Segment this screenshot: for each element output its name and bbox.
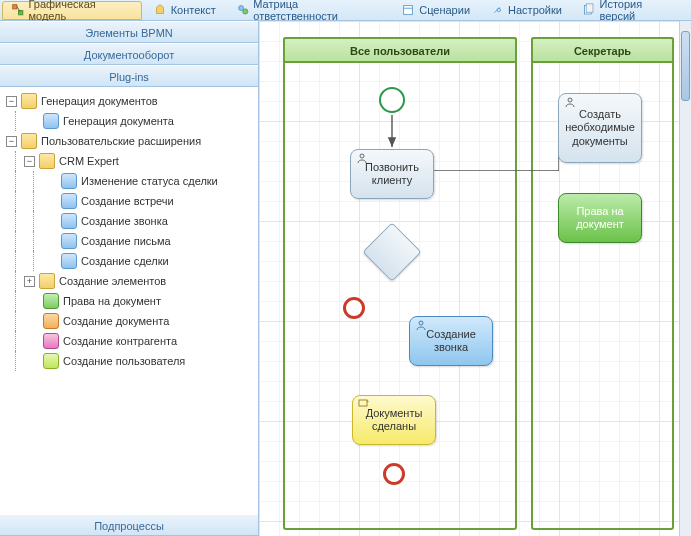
svg-rect-0 [13, 5, 17, 9]
tree-label: Пользовательские расширения [41, 135, 201, 147]
svg-point-14 [568, 98, 572, 102]
tab-settings[interactable]: Настройки [481, 1, 571, 20]
tree-create-letter[interactable]: Создание письма [4, 231, 258, 251]
item-icon [61, 233, 77, 249]
tree-gen-doc[interactable]: Генерация документа [4, 111, 258, 131]
panel-docflow[interactable]: Документооборот [0, 43, 258, 65]
tree-create-doc[interactable]: Создание документа [4, 311, 258, 331]
context-icon [153, 3, 167, 17]
start-event[interactable] [379, 87, 405, 113]
model-icon [11, 3, 25, 17]
tree-deal-status[interactable]: Изменение статуса сделки [4, 171, 258, 191]
tab-history[interactable]: История версий [573, 1, 687, 20]
svg-point-4 [243, 9, 248, 14]
user-icon [564, 97, 576, 107]
svg-rect-13 [359, 400, 367, 406]
tree-label: Права на документ [63, 295, 161, 307]
tab-label: История версий [599, 0, 678, 22]
tree-label: Создание звонка [81, 215, 168, 227]
lane-header: Секретарь [531, 37, 674, 63]
item-icon [43, 293, 59, 309]
diagram-canvas[interactable]: Все пользователи Секретарь Нет Да Позвон… [259, 21, 691, 536]
tab-label: Графическая модель [29, 0, 133, 22]
tab-label: Контекст [171, 4, 216, 16]
tree-label: Создание контрагента [63, 335, 177, 347]
tree-create-call[interactable]: Создание звонка [4, 211, 258, 231]
folder-icon [21, 93, 37, 109]
task-label: Позвонить клиенту [351, 161, 433, 187]
task-label: Создать необходимые документы [559, 108, 641, 148]
tab-graphical-model[interactable]: Графическая модель [2, 1, 142, 20]
document-icon [43, 113, 59, 129]
tree-label: Создание пользователя [63, 355, 185, 367]
item-icon [61, 193, 77, 209]
task-call-client[interactable]: Позвонить клиенту [350, 149, 434, 199]
panel-subprocesses[interactable]: Подпроцессы [0, 514, 258, 536]
collapse-icon[interactable]: − [6, 136, 17, 147]
user-icon [356, 153, 368, 163]
end-event-no[interactable] [343, 297, 365, 319]
settings-icon [490, 3, 504, 17]
tree-label: Создание сделки [81, 255, 169, 267]
tree-label: Создание документа [63, 315, 169, 327]
tree-label: Создание элементов [59, 275, 166, 287]
task-label: Создание звонка [410, 328, 492, 354]
history-icon [582, 3, 596, 17]
lane-header: Все пользователи [283, 37, 517, 63]
folder-icon [21, 133, 37, 149]
tree-label: Изменение статуса сделки [81, 175, 218, 187]
panel-plugins[interactable]: Plug-ins [0, 65, 258, 87]
tree-label: Генерация документа [63, 115, 174, 127]
end-event[interactable] [383, 463, 405, 485]
tree-label: CRM Expert [59, 155, 119, 167]
tree-user-extensions[interactable]: −Пользовательские расширения [4, 131, 258, 151]
task-create-docs[interactable]: Создать необходимые документы [558, 93, 642, 163]
tree-label: Создание встречи [81, 195, 174, 207]
tree: −Генерация документов Генерация документ… [0, 87, 258, 514]
folder-icon [39, 153, 55, 169]
lane-all-users[interactable]: Все пользователи [283, 37, 517, 530]
task-docs-done[interactable]: Документы сделаны [352, 395, 436, 445]
tab-label: Матрица ответственности [253, 0, 381, 22]
sidebar: Элементы BPMN Документооборот Plug-ins −… [0, 21, 259, 536]
tree-create-meeting[interactable]: Создание встречи [4, 191, 258, 211]
tab-label: Сценарии [419, 4, 470, 16]
expand-icon[interactable]: + [24, 276, 35, 287]
tab-matrix[interactable]: Матрица ответственности [227, 1, 390, 20]
item-icon [43, 333, 59, 349]
tab-label: Настройки [508, 4, 562, 16]
item-icon [61, 213, 77, 229]
collapse-icon[interactable]: − [6, 96, 17, 107]
scenario-icon [401, 3, 415, 17]
item-icon [61, 173, 77, 189]
tree-gen-docs[interactable]: −Генерация документов [4, 91, 258, 111]
scrollbar-vertical[interactable] [679, 21, 691, 536]
tree-create-deal[interactable]: Создание сделки [4, 251, 258, 271]
tab-scenarios[interactable]: Сценарии [392, 1, 479, 20]
svg-rect-8 [586, 4, 593, 12]
collapse-icon[interactable]: − [24, 156, 35, 167]
item-icon [43, 313, 59, 329]
scrollbar-thumb[interactable] [681, 31, 690, 101]
panel-bpmn-elements[interactable]: Элементы BPMN [0, 21, 258, 43]
user-icon [415, 320, 427, 330]
tree-crm-expert[interactable]: −CRM Expert [4, 151, 258, 171]
note-icon [358, 399, 370, 409]
svg-rect-5 [404, 6, 413, 15]
tree-label: Генерация документов [41, 95, 158, 107]
folder-icon [39, 273, 55, 289]
task-create-call[interactable]: Создание звонка [409, 316, 493, 366]
svg-point-11 [360, 154, 364, 158]
item-icon [61, 253, 77, 269]
task-label: Документы сделаны [353, 407, 435, 433]
tree-create-elements[interactable]: +Создание элементов [4, 271, 258, 291]
matrix-icon [236, 3, 250, 17]
tree-create-counterparty[interactable]: Создание контрагента [4, 331, 258, 351]
item-icon [43, 353, 59, 369]
tree-create-user[interactable]: Создание пользователя [4, 351, 258, 371]
tab-bar: Графическая модель Контекст Матрица отве… [0, 0, 691, 21]
tree-doc-rights[interactable]: Права на документ [4, 291, 258, 311]
task-rights[interactable]: Права на документ [558, 193, 642, 243]
tree-label: Создание письма [81, 235, 171, 247]
tab-context[interactable]: Контекст [144, 1, 225, 20]
